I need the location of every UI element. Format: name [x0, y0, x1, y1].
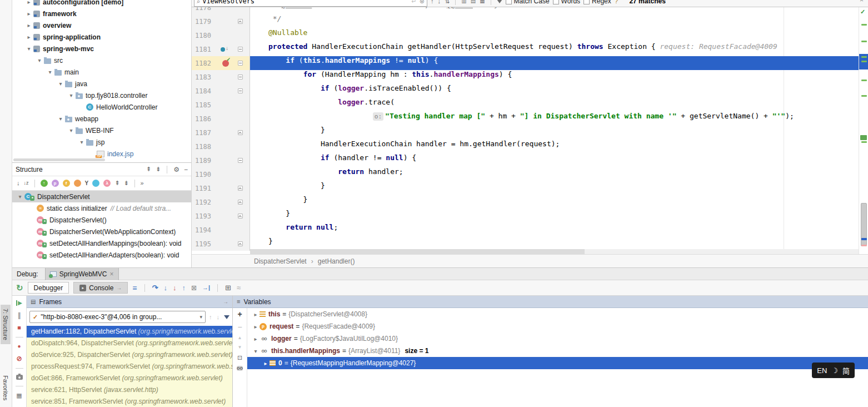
stack-frame-row[interactable]: getHandler:1182, DispatcherServlet (org.… — [27, 326, 232, 337]
move-watch-down-icon[interactable]: ▼ — [238, 345, 242, 350]
tree-chevron-icon[interactable]: ▾ — [56, 116, 65, 122]
line-number[interactable]: 1190 — [192, 171, 217, 178]
regex-option[interactable]: Regex — [583, 0, 611, 5]
code-text[interactable]: if (handler != null) { — [250, 153, 859, 167]
next-match-icon[interactable]: ↓ — [438, 0, 441, 4]
tree-chevron-icon[interactable]: ▾ — [46, 69, 54, 75]
code-line[interactable]: 1178 * @return the HandlerExecutionChain… — [192, 7, 859, 14]
step-into-icon[interactable]: ↓ — [163, 284, 167, 291]
project-tree-item[interactable]: ▾src — [12, 54, 191, 66]
fold-marker-icon[interactable] — [238, 61, 243, 66]
code-line[interactable]: 1189 if (handler != null) { — [192, 153, 859, 167]
stripe-mark[interactable] — [861, 141, 867, 143]
show-lambdas-icon[interactable]: λ — [103, 180, 111, 187]
stack-frame-row[interactable]: service:621, HttpServlet (javax.servlet.… — [27, 384, 232, 396]
restore-layout-icon[interactable]: ▦ — [16, 393, 22, 399]
prev-frame-icon[interactable]: ↑ — [209, 314, 212, 320]
project-tree-item[interactable]: ▾java — [12, 78, 191, 90]
tree-chevron-icon[interactable]: ▾ — [252, 348, 260, 354]
stack-frame-row[interactable]: processRequest:974, FrameworkServlet (or… — [27, 361, 232, 373]
thread-combo[interactable]: ✓ "http-bio-8080-exec-3"@4,006 in group.… — [29, 311, 206, 323]
code-line[interactable]: 1191 } — [192, 181, 859, 195]
line-number[interactable]: 1192 — [192, 198, 217, 206]
structure-item[interactable]: setDetectAllHandlerMappings(boolean): vo… — [12, 237, 191, 249]
code-line[interactable]: 1183 for (HandlerMapping hm : this.handl… — [192, 70, 859, 84]
run-to-cursor-icon[interactable]: →| — [202, 285, 210, 291]
code-text[interactable]: if (logger.isTraceEnabled()) { — [250, 84, 859, 98]
tree-chevron-icon[interactable]: ▸ — [262, 360, 270, 366]
group-methods-icon[interactable]: Y — [85, 181, 89, 186]
code-text[interactable]: HandlerExecutionChain handler = hm.getHa… — [250, 140, 859, 153]
line-number[interactable]: 1193 — [192, 212, 217, 220]
collapse-all-icon[interactable]: ⇟ — [156, 166, 161, 172]
structure-item[interactable]: setDetectAllHandlerAdapters(boolean): vo… — [12, 249, 191, 261]
code-text[interactable]: return handler; — [250, 167, 859, 181]
fold-marker-icon[interactable] — [238, 130, 243, 135]
fold-marker-icon[interactable] — [238, 186, 243, 191]
evaluate-expression-icon[interactable]: ⊞ — [225, 284, 231, 291]
fold-slot[interactable] — [234, 214, 246, 219]
line-number[interactable]: 1184 — [192, 87, 217, 95]
step-out-icon[interactable]: ↑ — [182, 284, 186, 291]
force-step-into-icon[interactable]: ↓ — [173, 284, 177, 291]
tree-chevron-icon[interactable]: ▸ — [24, 34, 33, 40]
structure-item[interactable]: DispatcherServlet() — [12, 214, 191, 226]
match-case-checkbox[interactable] — [506, 0, 512, 4]
structure-item[interactable]: static class initializer// Load default … — [12, 202, 191, 214]
project-tree-item[interactable]: ▾jsp — [12, 136, 191, 148]
step-over-icon[interactable]: ↷ — [152, 284, 158, 291]
stack-frame-row[interactable]: doDispatch:964, DispatcherServlet (org.s… — [27, 337, 232, 349]
tree-chevron-icon[interactable]: ▸ — [24, 22, 33, 28]
line-number[interactable]: 1191 — [192, 185, 217, 192]
fold-marker-icon[interactable] — [238, 214, 243, 219]
code-text[interactable]: return null; — [250, 223, 859, 237]
tree-chevron-icon[interactable]: ▸ — [24, 11, 33, 17]
code-text[interactable]: * @return the HandlerExecutionChain, or … — [250, 7, 859, 14]
code-line[interactable]: 1192 } — [192, 195, 859, 209]
code-text[interactable]: */ — [250, 14, 859, 28]
regex-checkbox[interactable] — [583, 0, 590, 4]
sort-by-visibility-icon[interactable]: ↓ — [17, 180, 20, 186]
line-number[interactable]: 1183 — [192, 73, 217, 81]
view-breakpoints-icon[interactable]: ● — [17, 344, 21, 349]
clear-icon[interactable]: ⊗ — [420, 0, 425, 4]
gutter-icon-slot[interactable] — [217, 47, 234, 52]
fold-marker-icon[interactable] — [238, 75, 243, 80]
move-watch-up-icon[interactable]: ▲ — [238, 336, 242, 340]
project-tree-item[interactable]: ▾main — [12, 66, 191, 78]
show-inherited-icon[interactable]: ↑ — [41, 180, 48, 187]
tree-chevron-icon[interactable]: ▾ — [16, 193, 24, 200]
fold-slot[interactable] — [234, 75, 246, 80]
show-watches-icon[interactable]: oo — [237, 366, 243, 371]
stack-frame-row[interactable]: service:851, FrameworkServlet (org.sprin… — [27, 396, 232, 407]
fold-marker-icon[interactable] — [238, 241, 243, 246]
line-number[interactable]: 1188 — [192, 143, 217, 151]
editor-hscrollbar[interactable] — [250, 249, 859, 254]
show-non-public-icon[interactable] — [74, 180, 81, 187]
tree-chevron-icon[interactable]: ▾ — [24, 46, 33, 52]
debug-session-tab[interactable]: SpringWebMVC × — [45, 268, 119, 280]
variable-row[interactable]: ▸logger={LogFactory$JavaUtilLog@4010} — [247, 332, 868, 345]
search-field[interactable]: ⌕ ↵⊗ — [194, 0, 427, 7]
error-stripe[interactable]: ✓ — [859, 7, 868, 254]
code-line[interactable]: 1186 o:"Testing handler map [" + hm + "]… — [192, 112, 859, 126]
code-line[interactable]: 1190 return handler; — [192, 167, 859, 181]
settings-icon[interactable]: ⚙ — [173, 166, 179, 173]
collapse-all-icon[interactable]: ⇟ — [123, 180, 128, 186]
breakpoint-icon[interactable] — [222, 60, 229, 67]
stack-frame-row[interactable]: doService:925, DispatcherServlet (org.sp… — [27, 349, 232, 361]
menu-icon[interactable]: ≡ — [132, 284, 137, 292]
stack-frame-row[interactable]: doGet:866, FrameworkServlet (org.springf… — [27, 373, 232, 384]
line-number[interactable]: 1180 — [192, 32, 217, 39]
tree-chevron-icon[interactable]: ▾ — [56, 81, 65, 87]
pause-icon[interactable]: ∥ — [18, 312, 21, 319]
more-icon[interactable]: » — [141, 180, 144, 186]
fold-slot[interactable] — [234, 158, 246, 163]
expand-all-icon[interactable]: ⇞ — [114, 180, 119, 186]
project-tree-item[interactable]: ▾spring-web-mvc — [12, 43, 191, 54]
code-line[interactable]: 1194 return null; — [192, 223, 859, 237]
code-text[interactable]: } — [250, 126, 859, 140]
fold-slot[interactable] — [234, 19, 246, 24]
fold-slot[interactable] — [234, 241, 246, 246]
match-case-option[interactable]: Match Case — [506, 0, 550, 5]
